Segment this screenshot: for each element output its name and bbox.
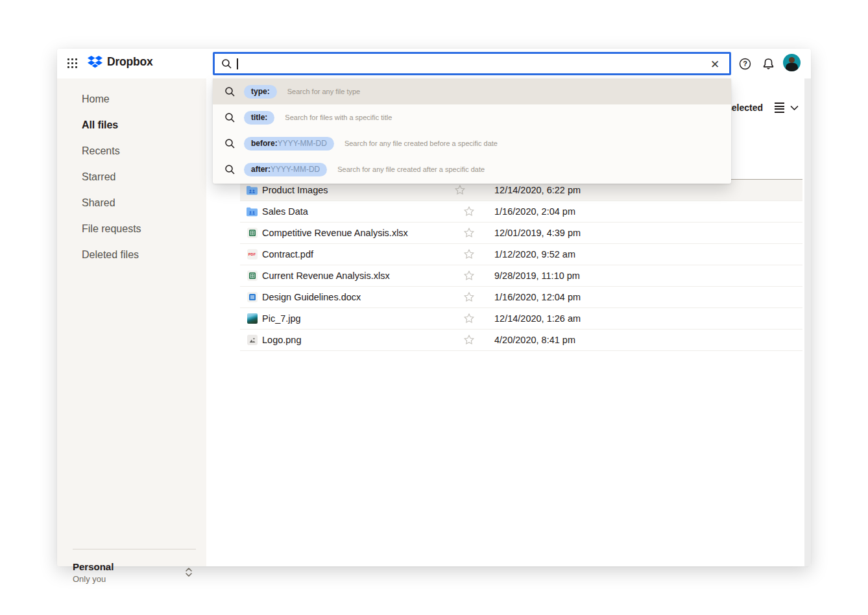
suggestion-description: Search for files with a specific title (285, 114, 392, 121)
suggestion-description: Search for any file type (287, 88, 361, 95)
search-icon (224, 138, 235, 149)
help-icon[interactable]: ? (736, 54, 754, 73)
clear-search-icon[interactable]: ✕ (707, 56, 723, 72)
sidebar-item-deleted-files[interactable]: Deleted files (57, 242, 206, 268)
file-modified-date: 1/16/2020, 2:04 pm (494, 206, 575, 217)
brand-name: Dropbox (107, 55, 153, 69)
notifications-bell-icon[interactable] (759, 54, 777, 73)
sidebar-nav: Home All files Recents Starred Shared Fi… (57, 86, 206, 268)
suggestion-after-date[interactable]: after:YYYY-MM-DD Search for any file cre… (213, 156, 731, 182)
apps-grid-icon[interactable] (67, 58, 77, 68)
word-file-icon (247, 292, 258, 303)
excel-file-icon (247, 228, 258, 239)
filter-pill: after:YYYY-MM-DD (244, 163, 327, 176)
sidebar-item-all-files[interactable]: All files (57, 112, 206, 138)
suggestion-title[interactable]: title: Search for files with a specific … (213, 104, 731, 130)
sidebar-item-file-requests[interactable]: File requests (57, 216, 206, 242)
star-icon[interactable] (463, 313, 475, 324)
file-modified-date: 1/12/2020, 9:52 am (494, 249, 575, 259)
table-row[interactable]: Sales Data 1/16/2020, 2:04 pm (240, 201, 802, 223)
star-icon[interactable] (463, 270, 475, 282)
file-modified-date: 9/28/2019, 11:10 pm (494, 271, 580, 281)
account-access: Only you (73, 574, 196, 584)
avatar-head (789, 57, 795, 63)
dropbox-app-window: Dropbox ✕ ? (57, 49, 811, 566)
suggestion-description: Search for any file created after a spec… (337, 165, 485, 173)
star-icon[interactable] (463, 227, 475, 239)
svg-text:?: ? (743, 60, 747, 67)
star-icon[interactable] (463, 206, 475, 217)
table-row[interactable]: PDF Contract.pdf 1/12/2020, 9:52 am (240, 244, 802, 265)
star-icon[interactable] (454, 184, 466, 196)
search-icon (224, 86, 235, 97)
table-row[interactable]: Pic_7.jpg 12/14/2020, 1:26 am (240, 308, 802, 330)
filter-pill: type: (244, 85, 277, 99)
dropbox-logo[interactable]: Dropbox (88, 55, 153, 69)
search-icon (221, 58, 232, 69)
selected-count-label: selected (727, 102, 763, 113)
search-bar: ✕ (213, 52, 731, 75)
search-suggestions-dropdown: type: Search for any file type title: Se… (213, 78, 731, 184)
search-input[interactable] (238, 54, 730, 73)
pdf-file-icon: PDF (247, 249, 258, 260)
file-modified-date: 4/20/2020, 8:41 pm (494, 335, 575, 345)
avatar-body (786, 63, 798, 71)
account-switcher[interactable]: Personal Only you (73, 561, 196, 584)
suggestion-description: Search for any file created before a spe… (344, 139, 498, 147)
file-modified-date: 12/01/2019, 4:39 pm (494, 228, 581, 238)
table-row[interactable]: Logo.png 4/20/2020, 8:41 pm (240, 330, 802, 351)
table-row[interactable]: Competitive Revenue Analysis.xlsx 12/01/… (240, 223, 802, 244)
suggestion-before-date[interactable]: before:YYYY-MM-DD Search for any file cr… (213, 130, 731, 156)
chevron-up-down-icon (184, 566, 193, 578)
topbar: Dropbox ✕ ? (57, 49, 811, 78)
filter-pill: before:YYYY-MM-DD (244, 137, 334, 151)
star-icon[interactable] (463, 291, 475, 303)
sidebar-item-home[interactable]: Home (57, 86, 206, 112)
search-icon (224, 164, 235, 175)
sidebar-item-shared[interactable]: Shared (57, 190, 206, 216)
star-icon[interactable] (463, 248, 475, 260)
search-icon (224, 112, 235, 123)
sidebar-divider (73, 549, 196, 549)
sidebar: Home All files Recents Starred Shared Fi… (57, 78, 206, 566)
file-modified-date: 12/14/2020, 1:26 am (494, 313, 581, 324)
sidebar-item-recents[interactable]: Recents (57, 138, 206, 164)
sidebar-item-starred[interactable]: Starred (57, 164, 206, 190)
suggestion-type[interactable]: type: Search for any file type (213, 78, 731, 104)
excel-file-icon (247, 271, 258, 282)
scrollbar[interactable] (804, 78, 811, 566)
table-row[interactable]: Current Revenue Analysis.xlsx 9/28/2019,… (240, 265, 802, 287)
filter-pill: title: (244, 111, 274, 125)
photo-thumbnail-icon (247, 313, 258, 324)
star-icon[interactable] (463, 334, 475, 346)
list-view-icon[interactable] (775, 102, 784, 112)
selection-toolbar: selected (727, 100, 799, 115)
chevron-down-icon[interactable] (790, 105, 799, 111)
shared-folder-icon (247, 206, 258, 217)
account-name: Personal (73, 561, 196, 572)
avatar[interactable] (783, 54, 801, 71)
file-table: Product Images 12/14/2020, 6:22 pm Sales… (240, 179, 802, 351)
file-modified-date: 12/14/2020, 6:22 pm (494, 185, 581, 195)
image-file-icon (247, 335, 258, 346)
table-row[interactable]: Design Guidelines.docx 1/16/2020, 12:04 … (240, 287, 802, 308)
shared-folder-icon (247, 185, 258, 196)
file-modified-date: 1/16/2020, 12:04 pm (494, 292, 581, 302)
dropbox-glyph-icon (88, 56, 102, 69)
